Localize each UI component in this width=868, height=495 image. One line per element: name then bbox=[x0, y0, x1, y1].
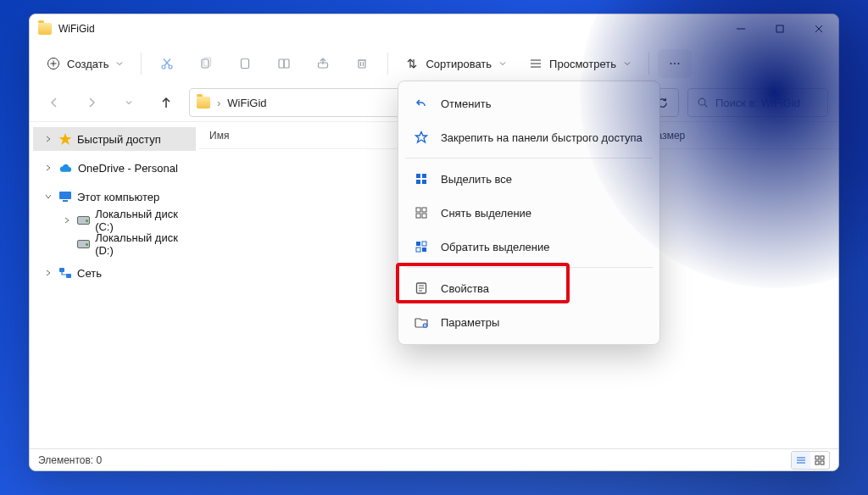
status-bar: Элементов: 0 bbox=[30, 448, 838, 470]
up-button[interactable] bbox=[152, 88, 181, 117]
sort-icon bbox=[405, 57, 419, 70]
cloud-icon bbox=[58, 163, 73, 173]
disk-icon bbox=[77, 240, 91, 248]
sidebar-item-diskd[interactable]: Локальный диск (D:) bbox=[33, 232, 196, 256]
network-icon bbox=[58, 267, 72, 279]
star-outline-icon bbox=[414, 131, 429, 144]
column-header-name[interactable]: Имя bbox=[199, 130, 420, 142]
separator bbox=[648, 53, 649, 75]
chevron-right-icon bbox=[43, 164, 53, 171]
forward-button[interactable] bbox=[77, 88, 106, 117]
details-view-button[interactable] bbox=[792, 452, 810, 469]
column-label: Имя bbox=[209, 130, 229, 142]
svg-rect-55 bbox=[416, 242, 420, 246]
sort-button[interactable]: Сортировать bbox=[397, 49, 515, 78]
menu-separator bbox=[405, 158, 653, 159]
view-label: Просмотреть bbox=[549, 58, 616, 70]
menu-label: Выделить все bbox=[441, 173, 512, 186]
close-button[interactable] bbox=[799, 14, 838, 43]
cut-button[interactable] bbox=[150, 49, 184, 78]
menu-select-all[interactable]: Выделить все bbox=[403, 162, 654, 196]
search-input[interactable]: Поиск в: WiFiGid bbox=[687, 88, 828, 117]
more-options-menu: Отменить Закрепить на панели быстрого до… bbox=[398, 81, 660, 345]
menu-options[interactable]: Параметры bbox=[403, 305, 654, 339]
menu-select-none[interactable]: Снять выделение bbox=[403, 196, 654, 230]
monitor-icon bbox=[58, 191, 72, 203]
list-view-icon bbox=[529, 57, 542, 70]
breadcrumb-item[interactable]: WiFiGid bbox=[227, 97, 266, 109]
minimize-button[interactable] bbox=[721, 14, 760, 43]
view-button[interactable]: Просмотреть bbox=[520, 49, 640, 78]
folder-icon bbox=[197, 97, 210, 108]
svg-rect-36 bbox=[63, 200, 68, 202]
svg-rect-13 bbox=[242, 59, 249, 69]
svg-rect-19 bbox=[359, 60, 365, 68]
window-controls bbox=[721, 14, 838, 43]
folder-icon bbox=[38, 23, 52, 35]
rename-icon bbox=[277, 57, 291, 70]
recent-button[interactable] bbox=[114, 88, 143, 117]
menu-properties[interactable]: Свойства bbox=[403, 271, 654, 305]
sort-label: Сортировать bbox=[426, 58, 492, 70]
select-all-icon bbox=[414, 172, 429, 186]
new-button[interactable]: Создать bbox=[38, 49, 132, 78]
svg-rect-47 bbox=[416, 174, 420, 178]
svg-rect-44 bbox=[815, 461, 819, 464]
share-icon bbox=[316, 57, 330, 70]
desktop-background: WiFiGid Создать bbox=[0, 0, 868, 495]
sidebar-item-network[interactable]: Сеть bbox=[33, 261, 196, 285]
menu-undo[interactable]: Отменить bbox=[403, 86, 654, 120]
scissors-icon bbox=[160, 57, 174, 70]
clipboard-icon bbox=[238, 57, 252, 70]
svg-rect-51 bbox=[416, 208, 420, 212]
sidebar-label: Этот компьютер bbox=[77, 191, 159, 203]
sidebar-label: Локальный диск (C:) bbox=[95, 208, 196, 233]
explorer-window: WiFiGid Создать bbox=[29, 14, 839, 471]
svg-line-9 bbox=[164, 59, 170, 66]
menu-label: Отменить bbox=[441, 97, 491, 110]
svg-rect-16 bbox=[284, 59, 289, 68]
navigation-pane[interactable]: Быстрый доступ OneDrive - Personal Этот … bbox=[30, 122, 199, 448]
chevron-down-icon bbox=[115, 59, 124, 68]
view-mode-toggle bbox=[791, 451, 830, 470]
svg-point-64 bbox=[424, 325, 426, 326]
window-title: WiFiGid bbox=[58, 23, 95, 35]
search-icon bbox=[697, 97, 709, 108]
svg-rect-35 bbox=[59, 192, 71, 199]
share-button[interactable] bbox=[306, 49, 340, 78]
svg-line-33 bbox=[704, 104, 707, 107]
chevron-down-icon bbox=[43, 193, 53, 200]
paste-button[interactable] bbox=[228, 49, 262, 78]
title-bar[interactable]: WiFiGid bbox=[30, 14, 838, 43]
svg-rect-57 bbox=[416, 248, 420, 252]
thumbnails-view-button[interactable] bbox=[810, 452, 829, 469]
back-button[interactable] bbox=[40, 88, 69, 117]
sidebar-item-quick-access[interactable]: Быстрый доступ bbox=[33, 127, 196, 151]
breadcrumb-separator: › bbox=[217, 97, 220, 109]
maximize-button[interactable] bbox=[760, 14, 799, 43]
sidebar-label: Локальный диск (D:) bbox=[95, 231, 196, 257]
svg-rect-58 bbox=[422, 248, 426, 252]
copy-icon bbox=[199, 57, 213, 70]
properties-icon bbox=[414, 281, 429, 295]
sidebar-item-onedrive[interactable]: OneDrive - Personal bbox=[33, 156, 196, 180]
copy-button[interactable] bbox=[189, 49, 223, 78]
new-label: Создать bbox=[67, 58, 108, 70]
sidebar-item-thispc[interactable]: Этот компьютер bbox=[33, 185, 196, 209]
sidebar-label: Сеть bbox=[77, 267, 102, 280]
svg-rect-54 bbox=[422, 214, 426, 218]
svg-line-10 bbox=[164, 59, 170, 66]
menu-pin-quick-access[interactable]: Закрепить на панели быстрого доступа bbox=[403, 120, 654, 154]
chevron-right-icon bbox=[43, 136, 53, 142]
svg-rect-52 bbox=[422, 208, 426, 212]
sidebar-item-diskc[interactable]: Локальный диск (C:) bbox=[33, 209, 196, 232]
rename-button[interactable] bbox=[267, 49, 301, 78]
command-bar: Создать bbox=[30, 43, 838, 84]
svg-rect-42 bbox=[815, 456, 819, 459]
menu-separator bbox=[405, 267, 653, 268]
menu-label: Свойства bbox=[441, 282, 489, 295]
more-button[interactable] bbox=[658, 49, 692, 78]
delete-button[interactable] bbox=[345, 49, 379, 78]
menu-invert-selection[interactable]: Обратить выделение bbox=[403, 230, 654, 264]
separator bbox=[387, 53, 388, 75]
